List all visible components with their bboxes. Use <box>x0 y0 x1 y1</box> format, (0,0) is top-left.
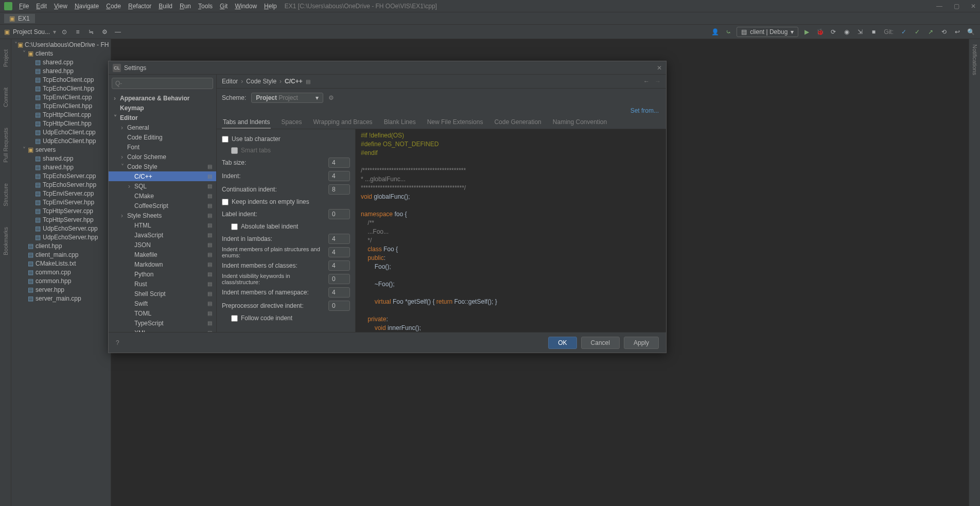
tree-node[interactable]: ▤TcpEnviServer.hpp <box>11 198 111 206</box>
follow-code-checkbox[interactable] <box>231 315 238 322</box>
git-rollback-icon[interactable]: ↩ <box>952 27 962 37</box>
menu-item[interactable]: Code <box>102 3 125 10</box>
settings-nav-item[interactable]: JSON▤ <box>109 240 216 250</box>
menu-item[interactable]: Tools <box>195 3 216 10</box>
collapse-all-icon[interactable]: ≒ <box>86 27 96 37</box>
menu-item[interactable]: Run <box>176 3 195 10</box>
set-from-link[interactable]: Set from... <box>631 107 659 114</box>
git-commit-icon[interactable]: ✓ <box>912 27 922 37</box>
settings-nav-item[interactable]: ›SQL▤ <box>109 181 216 191</box>
settings-nav-item[interactable]: XML▤ <box>109 328 216 332</box>
plain-struct-indent-input[interactable] <box>328 247 350 257</box>
expand-all-icon[interactable]: ≡ <box>73 27 83 37</box>
run-config-selector[interactable]: ▤ client | Debug ▾ <box>737 27 798 37</box>
tab-size-input[interactable] <box>328 158 350 168</box>
editor-tab[interactable]: ▣ EX1 <box>4 14 35 23</box>
tree-node[interactable]: ▤shared.hpp <box>11 66 111 75</box>
absolute-label-checkbox[interactable] <box>231 223 238 230</box>
window-minimize-icon[interactable]: — <box>936 3 942 10</box>
tree-node[interactable]: ▤client.hpp <box>11 241 111 250</box>
tree-node[interactable]: ▤TcpEchoServer.cpp <box>11 171 111 180</box>
nav-forward-icon[interactable]: → <box>655 78 661 85</box>
settings-nav-item[interactable]: Shell Script▤ <box>109 289 216 299</box>
gear-icon[interactable]: ⚙ <box>99 27 110 37</box>
tool-window-button[interactable]: Project <box>3 49 9 67</box>
tree-node[interactable]: ▤server_main.cpp <box>11 294 111 303</box>
menu-item[interactable]: Build <box>155 3 176 10</box>
tree-node[interactable]: ▤TcpHttpServer.hpp <box>11 215 111 224</box>
tree-node[interactable]: ▤TcpEchoServer.hpp <box>11 180 111 189</box>
coverage-icon[interactable]: ◉ <box>842 27 852 37</box>
tree-node[interactable]: ▤TcpEchoClient.hpp <box>11 84 111 93</box>
tree-node[interactable]: ▤TcpHttpClient.hpp <box>11 119 111 128</box>
tree-node[interactable]: ˅▣servers <box>11 145 111 154</box>
scheme-selector[interactable]: Project Project ▾ <box>251 93 323 103</box>
git-update-icon[interactable]: ✓ <box>899 27 909 37</box>
tree-node[interactable]: ▤common.hpp <box>11 276 111 285</box>
cancel-button[interactable]: Cancel <box>581 337 620 349</box>
breadcrumb-item[interactable]: Editor <box>222 78 238 85</box>
settings-tab[interactable]: Blank Lines <box>383 116 417 129</box>
menu-item[interactable]: Navigate <box>71 3 102 10</box>
menu-item[interactable]: Help <box>260 3 281 10</box>
attach-icon[interactable]: ⇲ <box>855 27 865 37</box>
tree-node[interactable]: ▤TcpEchoClient.cpp <box>11 75 111 84</box>
settings-nav-item[interactable]: TypeScript▤ <box>109 318 216 328</box>
menu-item[interactable]: Window <box>231 3 260 10</box>
tree-node[interactable]: ▤TcpHttpServer.cpp <box>11 206 111 215</box>
settings-nav-item[interactable]: JavaScript▤ <box>109 230 216 240</box>
visibility-indent-input[interactable] <box>328 274 350 284</box>
lambda-indent-input[interactable] <box>328 234 350 244</box>
build-hammer-icon[interactable]: ⤿ <box>723 27 733 37</box>
git-push-icon[interactable]: ↗ <box>925 27 936 37</box>
tree-node[interactable]: ˅▣C:\Users\abous\OneDrive - FH OOe\V <box>11 40 111 49</box>
tree-node[interactable]: ▤UdpEchoServer.hpp <box>11 233 111 241</box>
use-tab-checkbox[interactable] <box>222 136 229 143</box>
tree-node[interactable]: ▤client_main.cpp <box>11 250 111 259</box>
settings-tab[interactable]: Spaces <box>280 116 303 129</box>
apply-button[interactable]: Apply <box>624 337 659 349</box>
label-indent-input[interactable] <box>328 209 350 219</box>
ok-button[interactable]: OK <box>548 337 576 349</box>
tree-node[interactable]: ▤shared.cpp <box>11 154 111 163</box>
settings-tab[interactable]: Code Generation <box>493 116 542 129</box>
stop-icon[interactable]: ■ <box>868 27 879 37</box>
menu-item[interactable]: Git <box>216 3 231 10</box>
tree-node[interactable]: ▤shared.cpp <box>11 58 111 66</box>
continuation-indent-input[interactable] <box>328 184 350 195</box>
menu-item[interactable]: File <box>15 3 32 10</box>
chevron-down-icon[interactable]: ▾ <box>53 28 56 36</box>
settings-nav-item[interactable]: ˅Editor <box>109 113 216 123</box>
indent-input[interactable] <box>328 171 350 181</box>
tree-node[interactable]: ▤UdpEchoClient.hpp <box>11 136 111 145</box>
debug-icon[interactable]: 🐞 <box>815 27 825 37</box>
settings-nav-item[interactable]: Font <box>109 142 216 152</box>
window-close-icon[interactable]: ✕ <box>971 3 976 10</box>
tree-node[interactable]: ▤common.cpp <box>11 268 111 276</box>
settings-nav-item[interactable]: C/C++▤ <box>109 171 216 181</box>
settings-tab[interactable]: Naming Convention <box>552 116 608 129</box>
tool-window-button[interactable]: Bookmarks <box>3 227 9 255</box>
tree-node[interactable]: ▤shared.hpp <box>11 163 111 171</box>
classes-indent-input[interactable] <box>328 260 350 271</box>
settings-nav-item[interactable]: TOML▤ <box>109 308 216 318</box>
namespace-indent-input[interactable] <box>328 287 350 298</box>
tree-node[interactable]: ▤UdpEchoClient.cpp <box>11 128 111 136</box>
tree-node[interactable]: ▤CMakeLists.txt <box>11 259 111 268</box>
settings-nav-item[interactable]: Python▤ <box>109 269 216 279</box>
preprocessor-indent-input[interactable] <box>328 301 350 311</box>
close-icon[interactable]: ✕ <box>657 64 662 72</box>
settings-nav-item[interactable]: Code Editing <box>109 132 216 142</box>
settings-nav-item[interactable]: Keymap <box>109 103 216 113</box>
settings-nav-item[interactable]: Markdown▤ <box>109 259 216 269</box>
profile-icon[interactable]: ⟳ <box>828 27 838 37</box>
settings-nav-item[interactable]: Makefile▤ <box>109 250 216 259</box>
tool-window-button[interactable]: Commit <box>3 88 9 107</box>
nav-back-icon[interactable]: ← <box>643 78 650 85</box>
tree-node[interactable]: ▤TcpEnviServer.cpp <box>11 189 111 198</box>
settings-nav-item[interactable]: ›Style Sheets▤ <box>109 211 216 220</box>
settings-nav-item[interactable]: ›Color Scheme <box>109 152 216 162</box>
run-icon[interactable]: ▶ <box>801 27 812 37</box>
git-history-icon[interactable]: ⟲ <box>939 27 949 37</box>
breadcrumb-item[interactable]: Code Style <box>246 78 276 85</box>
